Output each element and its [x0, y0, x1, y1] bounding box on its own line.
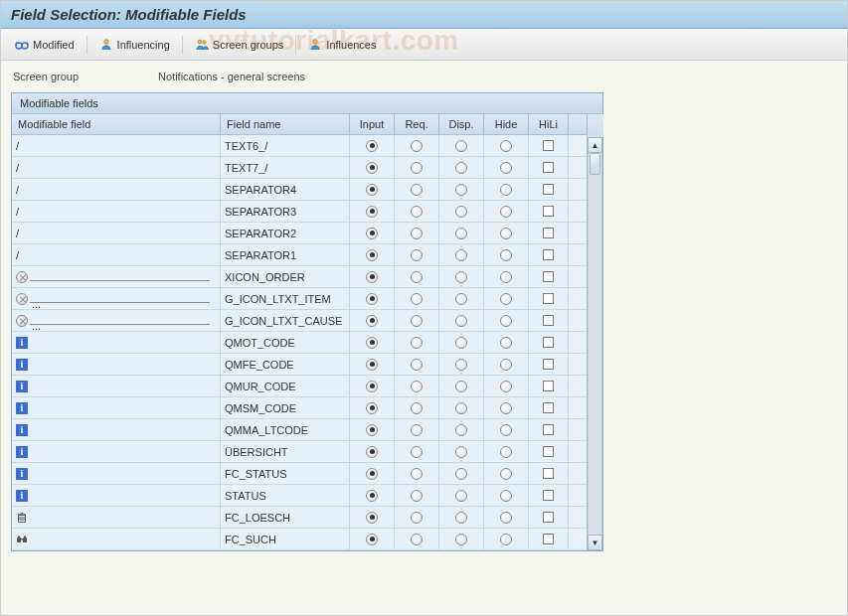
hide-radio[interactable]: [500, 162, 512, 174]
col-header-field-name[interactable]: Field name: [221, 114, 350, 134]
modified-button[interactable]: Modified: [9, 36, 81, 54]
input-radio[interactable]: [366, 293, 378, 305]
cell-field-name[interactable]: SEPARATOR4: [221, 179, 350, 200]
cell-hili[interactable]: [529, 354, 569, 375]
cell-req[interactable]: [395, 332, 439, 353]
req-radio[interactable]: [411, 140, 423, 152]
cell-hide[interactable]: [484, 529, 529, 549]
disp-radio[interactable]: [455, 184, 467, 196]
cell-hide[interactable]: [484, 266, 529, 287]
cell-modifiable-field[interactable]: i: [12, 376, 221, 396]
table-row[interactable]: iQMFE_CODE: [12, 354, 587, 376]
table-row[interactable]: /SEPARATOR2: [12, 223, 587, 244]
cell-field-name[interactable]: XICON_ORDER: [221, 266, 350, 287]
cell-disp[interactable]: [439, 507, 484, 528]
hili-checkbox[interactable]: [543, 402, 554, 413]
req-radio[interactable]: [411, 206, 423, 218]
req-radio[interactable]: [411, 446, 423, 458]
cell-modifiable-field[interactable]: [12, 288, 221, 309]
cell-hide[interactable]: [484, 376, 529, 396]
disp-radio[interactable]: [455, 402, 467, 414]
cell-hide[interactable]: [484, 507, 529, 528]
hili-checkbox[interactable]: [543, 381, 554, 391]
cell-modifiable-field[interactable]: /: [12, 157, 221, 178]
table-row[interactable]: iSTATUS: [12, 485, 587, 507]
cell-hili[interactable]: [529, 485, 569, 506]
cell-input[interactable]: [350, 419, 395, 440]
input-radio[interactable]: [366, 381, 378, 392]
hili-checkbox[interactable]: [543, 446, 554, 457]
cell-hili[interactable]: [529, 376, 569, 396]
hide-radio[interactable]: [500, 468, 512, 480]
table-row[interactable]: FC_SUCH: [12, 529, 587, 550]
cell-req[interactable]: [395, 201, 439, 222]
disp-radio[interactable]: [455, 468, 467, 480]
cell-input[interactable]: [350, 354, 395, 375]
cell-modifiable-field[interactable]: [12, 266, 221, 287]
cell-req[interactable]: [395, 288, 439, 309]
hili-checkbox[interactable]: [543, 468, 554, 479]
input-radio[interactable]: [366, 534, 378, 545]
cell-modifiable-field[interactable]: /: [12, 135, 221, 156]
hide-radio[interactable]: [500, 315, 512, 327]
cell-req[interactable]: [395, 529, 439, 549]
hide-radio[interactable]: [500, 206, 512, 218]
cell-disp[interactable]: [439, 179, 484, 200]
cell-disp[interactable]: [439, 332, 484, 353]
hide-radio[interactable]: [500, 249, 512, 261]
cell-hide[interactable]: [484, 310, 529, 331]
req-radio[interactable]: [411, 359, 423, 371]
cell-disp[interactable]: [439, 288, 484, 309]
cell-hide[interactable]: [484, 201, 529, 222]
table-row[interactable]: /TEXT7_/: [12, 157, 587, 179]
req-radio[interactable]: [411, 249, 423, 261]
cell-disp[interactable]: [439, 266, 484, 287]
req-radio[interactable]: [411, 381, 423, 392]
cell-hide[interactable]: [484, 463, 529, 484]
scroll-thumb[interactable]: [590, 153, 600, 175]
cell-req[interactable]: [395, 266, 439, 287]
cell-req[interactable]: [395, 179, 439, 200]
cell-req[interactable]: [395, 485, 439, 506]
cell-field-name[interactable]: FC_STATUS: [221, 463, 350, 484]
cell-req[interactable]: [395, 441, 439, 462]
hide-radio[interactable]: [500, 381, 512, 392]
cell-disp[interactable]: [439, 529, 484, 549]
table-row[interactable]: iQMOT_CODE: [12, 332, 587, 354]
cell-input[interactable]: [350, 485, 395, 506]
input-radio[interactable]: [366, 337, 378, 349]
hide-radio[interactable]: [500, 424, 512, 436]
cell-input[interactable]: [350, 332, 395, 353]
cell-modifiable-field[interactable]: [12, 310, 221, 331]
input-radio[interactable]: [366, 228, 378, 239]
disp-radio[interactable]: [455, 337, 467, 349]
hide-radio[interactable]: [500, 337, 512, 349]
cell-hide[interactable]: [484, 354, 529, 375]
vertical-scrollbar[interactable]: ▲ ▼: [587, 114, 602, 550]
cell-disp[interactable]: [439, 244, 484, 265]
cell-hili[interactable]: [529, 135, 569, 156]
hide-radio[interactable]: [500, 534, 512, 545]
disp-radio[interactable]: [455, 512, 467, 524]
input-radio[interactable]: [366, 446, 378, 458]
table-row[interactable]: G_ICON_LTXT_ITEM: [12, 288, 587, 310]
hili-checkbox[interactable]: [543, 184, 554, 195]
cell-disp[interactable]: [439, 419, 484, 440]
cell-input[interactable]: [350, 157, 395, 178]
cell-hili[interactable]: [529, 397, 569, 418]
cell-modifiable-field[interactable]: i: [12, 441, 221, 462]
cell-hili[interactable]: [529, 310, 569, 331]
cell-hili[interactable]: [529, 266, 569, 287]
cell-hide[interactable]: [484, 157, 529, 178]
disp-radio[interactable]: [455, 140, 467, 152]
req-radio[interactable]: [411, 162, 423, 174]
disp-radio[interactable]: [455, 424, 467, 436]
cell-hide[interactable]: [484, 485, 529, 506]
table-row[interactable]: iFC_STATUS: [12, 463, 587, 485]
cell-req[interactable]: [395, 463, 439, 484]
cell-field-name[interactable]: SEPARATOR2: [221, 223, 350, 243]
cell-hili[interactable]: [529, 244, 569, 265]
hide-radio[interactable]: [500, 490, 512, 502]
cell-field-name[interactable]: G_ICON_LTXT_ITEM: [221, 288, 350, 309]
col-header-disp[interactable]: Disp.: [439, 114, 484, 134]
